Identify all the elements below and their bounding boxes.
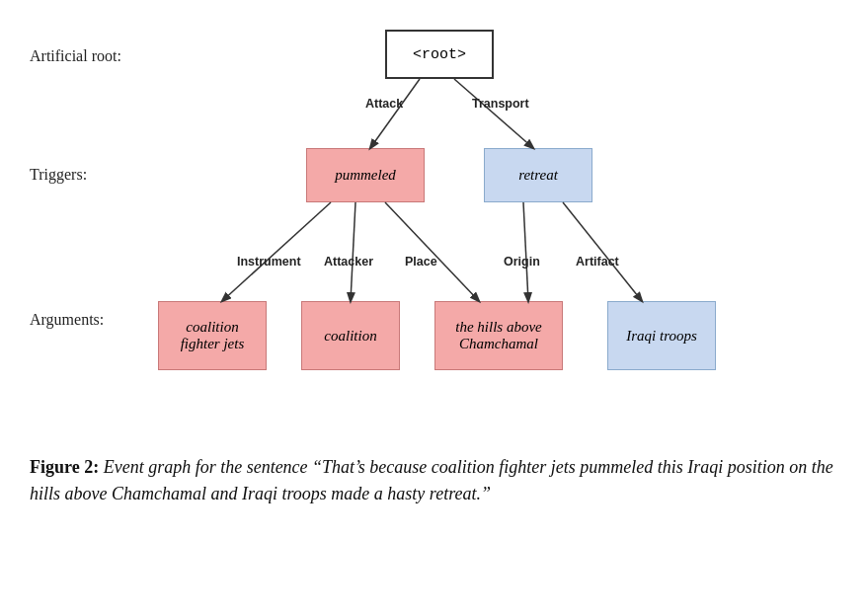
node-retreat: retreat [484,148,592,202]
svg-line-4 [385,202,479,301]
svg-line-0 [370,79,420,148]
node-the-hills: the hills above Chamchamal [434,301,563,370]
edge-label-artifact: Artifact [576,255,619,269]
edge-label-place: Place [405,255,437,269]
edge-label-instrument: Instrument [237,255,301,269]
svg-line-2 [222,202,331,301]
arrows-svg [30,20,839,444]
edge-label-attacker: Attacker [324,255,373,269]
node-coalition: coalition [301,301,400,370]
diagram-area: Artificial root: Triggers: Arguments: <r… [30,20,839,444]
svg-line-5 [523,202,528,301]
node-coalition-fighter-jets: coalition fighter jets [158,301,267,370]
triggers-label: Triggers: [30,166,87,184]
caption-text: Event graph for the sentence “That’s bec… [30,457,833,503]
svg-line-6 [563,202,642,301]
artificial-root-label: Artificial root: [30,47,121,65]
node-pummeled: pummeled [306,148,425,202]
node-root: <root> [385,30,494,79]
figure-caption: Figure 2: Event graph for the sentence “… [30,454,837,507]
node-iraqi-troops: Iraqi troops [607,301,716,370]
arguments-label: Arguments: [30,311,104,329]
figure-label: Figure 2: [30,457,99,477]
edge-label-origin: Origin [504,255,540,269]
svg-line-3 [351,202,355,301]
edge-label-transport: Transport [472,97,529,111]
edge-label-attack: Attack [365,97,403,111]
svg-line-1 [454,79,533,148]
